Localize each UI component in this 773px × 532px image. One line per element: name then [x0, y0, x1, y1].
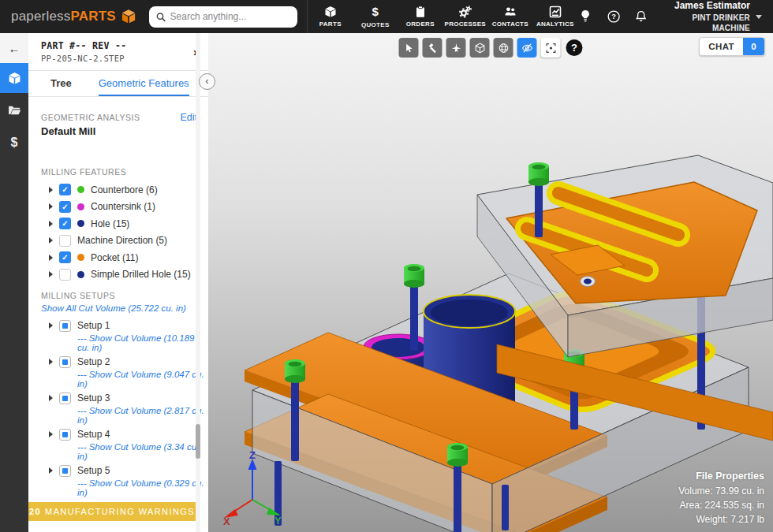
file-properties-title: File Properties — [678, 469, 764, 484]
select-cursor-icon[interactable] — [399, 38, 419, 58]
bell-icon[interactable] — [633, 9, 648, 25]
tab-geometric-features[interactable]: Geometric Features — [99, 71, 189, 96]
nav-parts[interactable]: PARTS — [308, 0, 353, 33]
expand-arrow-icon[interactable] — [49, 255, 53, 261]
back-arrow-icon[interactable] — [0, 33, 28, 63]
feature-checkbox[interactable] — [59, 201, 71, 213]
clipboard-icon — [414, 6, 427, 18]
setup-checkbox[interactable] — [59, 392, 71, 404]
counterbore-cap[interactable] — [528, 162, 549, 186]
svg-text:?: ? — [611, 13, 616, 20]
expand-arrow-icon[interactable] — [49, 221, 53, 227]
expand-arrow-icon[interactable] — [49, 237, 53, 244]
feature-checkbox[interactable] — [59, 269, 71, 281]
feature-color-dot — [77, 220, 84, 227]
setup-1: Setup 1 --- Show Cut Volume (10.189 cu. … — [28, 320, 208, 352]
setup-checkbox[interactable] — [59, 429, 71, 441]
measure-tools-icon[interactable] — [423, 38, 443, 58]
section-plane-icon[interactable] — [446, 38, 466, 58]
setup-2: Setup 2 --- Show Cut Volume (9.047 cu. i… — [28, 356, 208, 389]
warnings-label: MANUFACTURING WARNINGS — [45, 507, 195, 516]
feature-checkbox[interactable] — [59, 184, 71, 195]
feature-label: Pocket (11) — [91, 252, 138, 263]
counterbore-cap[interactable] — [404, 264, 424, 288]
user-name: James Estimator — [660, 0, 750, 13]
file-weight: Weight: 7.217 lb — [678, 512, 764, 526]
nav-quotes[interactable]: QUOTES — [353, 0, 398, 33]
feature-label: Simple Drilled Hole (15) — [91, 269, 191, 280]
logo-text: paperlessPARTS — [11, 9, 116, 24]
show-cut-volume-link[interactable]: --- Show Cut Volume (9.047 cu. in) — [77, 370, 208, 389]
part-filename: PP-205-NC-2.STEP — [41, 54, 185, 63]
feature-row-hole: Hole (15) — [49, 218, 208, 229]
expand-arrow-icon[interactable] — [49, 467, 53, 474]
rail-pricing[interactable] — [0, 126, 28, 159]
feature-checkbox[interactable] — [59, 235, 71, 247]
show-all-cut-volume-link[interactable]: Show All Cut Volume (25.722 cu. in) — [41, 303, 208, 313]
milling-setups-heading: MILLING SETUPS — [41, 291, 208, 300]
show-cut-volume-link[interactable]: --- Show Cut Volume (2.817 cu. in) — [77, 406, 208, 425]
feature-label: Countersink (1) — [91, 201, 155, 212]
left-icon-rail — [0, 33, 28, 532]
tab-tree[interactable]: Tree — [50, 71, 72, 96]
edit-analysis-link[interactable]: Edit — [180, 112, 197, 123]
global-search[interactable] — [149, 6, 297, 28]
setup-checkbox[interactable] — [59, 356, 71, 368]
search-input[interactable] — [170, 11, 291, 22]
feature-checkbox[interactable] — [59, 218, 71, 229]
top-bar: paperlessPARTS PARTS QUOTES — [0, 0, 773, 33]
manufacturing-warnings-banner[interactable]: 20 MANUFACTURING WARNINGS — [28, 502, 196, 521]
counterbore-cap[interactable] — [447, 443, 468, 467]
expand-arrow-icon[interactable] — [49, 271, 53, 277]
chat-button[interactable]: CHAT 0 — [699, 37, 765, 56]
viewer-help-icon[interactable] — [566, 39, 583, 56]
nav-analytics[interactable]: ANALYTICS — [532, 0, 577, 33]
show-cut-volume-link[interactable]: --- Show Cut Volume (10.189 cu. in) — [77, 333, 208, 352]
feature-checkbox[interactable] — [59, 251, 71, 263]
rail-part-viewer[interactable] — [0, 63, 28, 93]
lightbulb-icon[interactable] — [577, 8, 593, 25]
nav-label: ANALYTICS — [536, 20, 574, 28]
part-header: PART #-- REV -- PP-205-NC-2.STEP — [28, 33, 208, 71]
expand-arrow-icon[interactable] — [49, 359, 53, 365]
dollar-icon — [11, 136, 18, 150]
rail-files[interactable] — [0, 93, 28, 126]
collapse-panel-button[interactable] — [199, 73, 215, 90]
expand-arrow-icon[interactable] — [49, 395, 53, 401]
panel-scrollbar-thumb[interactable] — [196, 424, 200, 459]
expand-arrow-icon[interactable] — [49, 187, 53, 193]
milling-features-heading: MILLING FEATURES — [41, 167, 208, 177]
nav-label: CONTACTS — [492, 20, 528, 28]
user-menu[interactable]: James Estimator PINT DRINKER MACHINE — [660, 0, 762, 33]
top-navigation: PARTS QUOTES ORDERS PROCESSES — [308, 0, 577, 33]
zoom-fit-icon[interactable] — [541, 38, 561, 58]
globe-icon[interactable] — [494, 38, 513, 58]
solid-view-cube-icon[interactable] — [470, 38, 490, 58]
chat-count-badge: 0 — [743, 38, 764, 55]
nav-orders[interactable]: ORDERS — [398, 0, 443, 33]
setup-3: Setup 3 --- Show Cut Volume (2.817 cu. i… — [28, 392, 208, 425]
file-properties-overlay: File Properties Volume: 73.99 cu. in Are… — [678, 469, 764, 526]
expand-arrow-icon[interactable] — [49, 431, 53, 437]
nav-label: PROCESSES — [445, 20, 487, 28]
counterbore-cap[interactable] — [285, 359, 305, 383]
hole-feature-small[interactable] — [581, 277, 596, 287]
part-3d-viewer[interactable]: CHAT 0 Z X Y File Properties Volume: 73.… — [208, 33, 773, 532]
feature-label: Machine Direction (5) — [77, 235, 167, 246]
feature-row-simple-drilled-hole: Simple Drilled Hole (15) — [49, 269, 208, 281]
nav-contacts[interactable]: CONTACTS — [487, 0, 532, 33]
expand-arrow-icon[interactable] — [49, 322, 53, 329]
folder-icon — [8, 104, 21, 116]
nav-processes[interactable]: PROCESSES — [443, 0, 487, 33]
help-icon[interactable]: ? — [606, 8, 622, 25]
show-cut-volume-link[interactable]: --- Show Cut Volume (3.34 cu. in) — [77, 442, 208, 461]
geometric-features-panel: PART #-- REV -- PP-205-NC-2.STEP Tree Ge… — [28, 33, 208, 532]
paperless-parts-logo[interactable]: paperlessPARTS — [11, 9, 136, 24]
setup-checkbox[interactable] — [59, 320, 71, 332]
show-cut-volume-link[interactable]: --- Show Cut Volume (0.329 cu. in) — [77, 478, 208, 497]
expand-arrow-icon[interactable] — [49, 203, 53, 210]
feature-row-countersink: Countersink (1) — [49, 201, 208, 213]
hide-features-eye-slash-icon[interactable] — [517, 38, 537, 58]
feature-label: Counterbore (6) — [91, 184, 158, 195]
setup-checkbox[interactable] — [59, 465, 71, 477]
